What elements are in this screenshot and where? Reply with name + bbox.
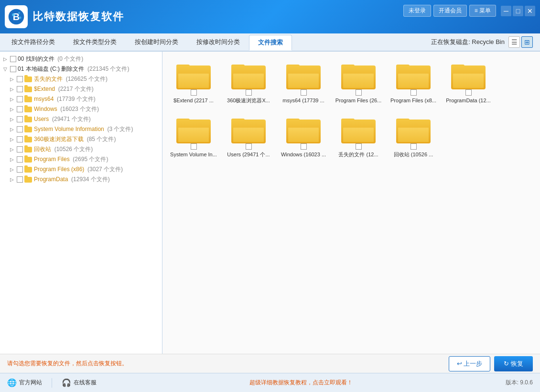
tree-checkbox-users[interactable] [17, 116, 23, 122]
tree-label-svi: System Volume Information (3 个文件) [34, 125, 133, 133]
tree-toggle-lost[interactable]: ▷ [9, 76, 15, 83]
support-label: 在线客服 [74, 379, 97, 387]
tree-checkbox-recycle[interactable] [17, 146, 23, 152]
tree-item-users[interactable]: ▷ Users (29471 个文件) [0, 114, 162, 124]
folder-icon-lost [24, 76, 32, 82]
file-checkbox-pf[interactable] [356, 89, 362, 96]
file-checkbox-lost[interactable] [356, 143, 362, 150]
file-item-recycle[interactable]: 回收站 (10526 ... [387, 110, 440, 162]
app-logo: B [5, 5, 28, 28]
tree-checkbox-lost[interactable] [17, 76, 23, 82]
maximize-button[interactable]: □ [513, 6, 523, 16]
tab-type[interactable]: 按文件类型分类 [64, 34, 126, 50]
tree-toggle-users[interactable]: ▷ [9, 116, 15, 123]
vip-button[interactable]: 开通会员 [433, 5, 467, 17]
tree-toggle-extend[interactable]: ▷ [9, 86, 15, 93]
login-button[interactable]: 未登录 [403, 5, 431, 17]
version-text: 版本: 9.0.6 [506, 379, 533, 387]
tree-label-local-disk: 01 本地磁盘 (C:) 删除文件 (221345 个文件) [18, 65, 129, 73]
file-item-extend[interactable]: $Extend (2217 ... [167, 56, 220, 108]
tabs-bar: 按文件路径分类 按文件类型分类 按创建时间分类 按修改时间分类 文件搜索 正在恢… [0, 33, 540, 52]
promo-text[interactable]: 超级详细教据恢复教程，点击立即观看！ [106, 379, 496, 387]
tree-toggle-windows[interactable]: ▷ [9, 106, 15, 113]
prev-button[interactable]: ↩ 上一步 [449, 356, 491, 371]
file-item-users[interactable]: Users (29471 个... [222, 110, 275, 162]
file-checkbox-recycle[interactable] [410, 143, 417, 150]
svg-point-2 [12, 13, 15, 16]
tab-search[interactable]: 文件搜索 [249, 35, 292, 51]
folder-icon-programdata [24, 177, 32, 183]
tree-toggle-svi[interactable]: ▷ [9, 126, 15, 133]
file-checkbox-svi[interactable] [191, 143, 197, 150]
file-checkbox-programdata[interactable] [465, 89, 472, 96]
file-item-windows[interactable]: Windows (16023 ... [277, 110, 330, 162]
tree-toggle-programdata[interactable]: ▷ [9, 176, 15, 183]
file-label-svi: System Volume In... [170, 151, 217, 158]
minimize-button[interactable]: ─ [501, 6, 511, 16]
close-button[interactable]: ✕ [525, 6, 535, 16]
tree-item-pfx86[interactable]: ▷ Program Files (x86) (3027 个文件) [0, 164, 162, 174]
tree-item-windows[interactable]: ▷ Windows (16023 个文件) [0, 104, 162, 114]
headset-icon: 🎧 [62, 378, 71, 387]
file-checkbox-windows[interactable] [301, 143, 307, 150]
tree-toggle-pf[interactable]: ▷ [9, 156, 15, 163]
tree-item-lost-files[interactable]: ▷ 丢失的文件 (126625 个文件) [0, 74, 162, 84]
tree-label-found: 00 找到的文件 (0 个文件) [18, 55, 83, 63]
recover-button[interactable]: ↻ 恢复 [494, 356, 533, 371]
list-view-button[interactable]: ☰ [508, 36, 520, 48]
status-label-text: 正在恢复磁盘: Recycle Bin [431, 38, 505, 46]
tree-toggle-recycle[interactable]: ▷ [9, 146, 15, 153]
tab-modified[interactable]: 按修改时间分类 [187, 34, 249, 50]
tree-label-recycle: 回收站 (10526 个文件) [34, 145, 93, 153]
tree-item-pf[interactable]: ▷ Program Files (2695 个文件) [0, 154, 162, 164]
tree-checkbox-programdata[interactable] [17, 176, 23, 183]
tree-checkbox-pfx86[interactable] [17, 166, 23, 173]
grid-view-button[interactable]: ⊞ [521, 36, 533, 48]
file-checkbox-msys64[interactable] [301, 89, 307, 96]
tree-checkbox-svi[interactable] [17, 126, 23, 132]
tree-checkbox-windows[interactable] [17, 106, 23, 112]
tree-checkbox-msys64[interactable] [17, 96, 23, 102]
file-label-users: Users (29471 个... [227, 151, 270, 158]
tree-item-msys64[interactable]: ▷ msys64 (17739 个文件) [0, 94, 162, 104]
file-label-recycle: 回收站 (10526 ... [394, 151, 433, 158]
status-label-area: 正在恢复磁盘: Recycle Bin ☰ ⊞ [431, 36, 538, 48]
tree-item-recycle[interactable]: ▷ 回收站 (10526 个文件) [0, 144, 162, 154]
file-item-lost[interactable]: 丢失的文件 (12... [332, 110, 385, 162]
tree-item-svi[interactable]: ▷ System Volume Information (3 个文件) [0, 124, 162, 134]
file-item-360[interactable]: 360极速浏览器X... [222, 56, 275, 108]
file-item-msys64[interactable]: msys64 (17739 ... [277, 56, 330, 108]
tab-path[interactable]: 按文件路径分类 [2, 34, 64, 50]
tree-checkbox-pf[interactable] [17, 156, 23, 163]
website-link[interactable]: 🌐 官方网站 [7, 378, 42, 387]
tab-created[interactable]: 按创建时间分类 [126, 34, 187, 50]
tree-item-programdata[interactable]: ▷ ProgramData (12934 个文件) [0, 174, 162, 185]
folder-icon-recycle [24, 147, 32, 152]
tree-toggle-360[interactable]: ▷ [9, 136, 15, 143]
tree-toggle-local-disk[interactable]: ▽ [2, 66, 9, 73]
folder-icon-extend-grid [176, 61, 211, 89]
tree-item-local-disk[interactable]: ▽ 01 本地磁盘 (C:) 删除文件 (221345 个文件) [0, 64, 162, 74]
file-item-programdata[interactable]: ProgramData (12... [442, 56, 495, 108]
tree-toggle-pfx86[interactable]: ▷ [9, 166, 15, 173]
tree-checkbox-extend[interactable] [17, 86, 23, 92]
file-checkbox-extend[interactable] [191, 89, 197, 96]
menu-button[interactable]: ≡ 菜单 [469, 5, 496, 17]
tree-checkbox-local-disk[interactable] [10, 66, 16, 72]
tree-item-extend[interactable]: ▷ $Extend (2217 个文件) [0, 84, 162, 94]
support-link[interactable]: 🎧 在线客服 [62, 378, 97, 387]
tree-checkbox-found[interactable] [10, 56, 16, 62]
globe-icon: 🌐 [7, 378, 17, 387]
file-item-pfx86[interactable]: Program Files (x8... [387, 56, 440, 108]
file-grid: $Extend (2217 ... 360极速浏览器X... msys64 (1… [162, 52, 540, 354]
file-checkbox-360[interactable] [246, 89, 252, 96]
tree-toggle-found[interactable]: ▷ [2, 56, 9, 63]
file-checkbox-pfx86[interactable] [410, 89, 417, 96]
file-item-svi[interactable]: System Volume In... [167, 110, 220, 162]
tree-item-found[interactable]: ▷ 00 找到的文件 (0 个文件) [0, 54, 162, 64]
tree-item-360[interactable]: ▷ 360极速浏览器下载 (85 个文件) [0, 134, 162, 144]
file-item-pf[interactable]: Program Files (26... [332, 56, 385, 108]
file-checkbox-users[interactable] [246, 143, 252, 150]
tree-toggle-msys64[interactable]: ▷ [9, 96, 15, 103]
tree-checkbox-360[interactable] [17, 136, 23, 142]
